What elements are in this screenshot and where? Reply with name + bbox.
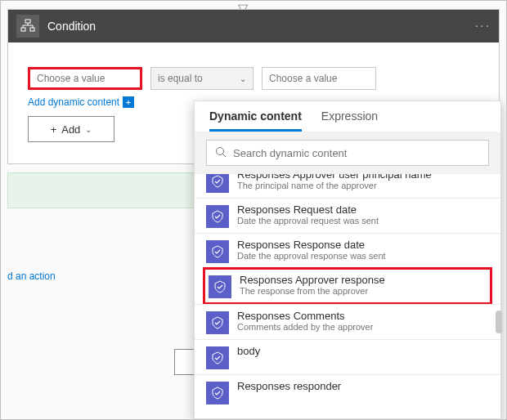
operator-select[interactable]: is equal to ⌄ xyxy=(150,67,254,90)
list-item-desc: The principal name of the approver xyxy=(237,181,432,190)
approval-icon xyxy=(206,382,229,404)
approval-icon xyxy=(209,275,231,298)
left-value-placeholder: Choose a value xyxy=(37,73,105,84)
card-header[interactable]: Condition ··· xyxy=(8,10,499,42)
list-item-title: Responses Comments xyxy=(237,310,373,322)
list-item-desc: Date the approval request was sent xyxy=(237,216,379,226)
svg-line-8 xyxy=(223,154,227,157)
svg-rect-5 xyxy=(21,28,25,31)
right-value-input[interactable]: Choose a value xyxy=(262,67,376,90)
operator-label: is equal to xyxy=(158,73,203,84)
search-icon xyxy=(215,146,227,160)
search-wrap: Search dynamic content xyxy=(195,132,500,174)
list-item-text: Responses Approver user principal nameTh… xyxy=(237,174,432,190)
tab-dynamic-content[interactable]: Dynamic content xyxy=(209,109,302,132)
list-item[interactable]: Responses Approver user principal nameTh… xyxy=(195,174,500,198)
list-item[interactable]: Responses Response dateDate the approval… xyxy=(195,233,500,268)
list-item-title: body xyxy=(237,345,260,357)
list-item-text: Responses CommentsComments added by the … xyxy=(237,310,373,332)
list-item-text: Responses responder xyxy=(237,380,341,392)
list-item-title: Responses Approver response xyxy=(240,274,385,286)
list-item[interactable]: Responses Approver responseThe response … xyxy=(203,267,492,305)
popup-tabs: Dynamic content Expression xyxy=(195,101,500,132)
canvas: ▽ Condition ··· Choose a value xyxy=(1,1,506,419)
list-item[interactable]: Responses Request dateDate the approval … xyxy=(195,198,500,233)
dynamic-content-list: Responses Approver user principal nameTh… xyxy=(195,174,500,413)
approval-icon xyxy=(206,346,229,369)
list-item[interactable]: body xyxy=(195,339,500,374)
list-item-text: Responses Request dateDate the approval … xyxy=(237,203,379,226)
left-value-input[interactable]: Choose a value xyxy=(28,67,142,90)
search-input[interactable]: Search dynamic content xyxy=(206,140,489,166)
svg-point-7 xyxy=(217,147,224,154)
plus-badge-icon: + xyxy=(123,96,134,108)
list-item-title: Responses Approver user principal name xyxy=(237,174,432,181)
approval-icon xyxy=(206,174,229,193)
list-item-title: Responses Request date xyxy=(237,203,379,216)
list-item-desc: Comments added by the approver xyxy=(237,322,373,332)
list-item-text: Responses Response dateDate the approval… xyxy=(237,239,386,261)
scrollbar-thumb[interactable] xyxy=(496,311,502,333)
list-item-desc: The response from the approver xyxy=(240,286,385,296)
svg-rect-0 xyxy=(25,20,30,23)
add-action-link[interactable]: d an action xyxy=(7,270,56,282)
add-label: Add xyxy=(61,123,80,136)
card-menu-button[interactable]: ··· xyxy=(475,19,491,34)
tab-expression[interactable]: Expression xyxy=(321,109,378,132)
right-value-placeholder: Choose a value xyxy=(269,73,337,84)
dynamic-content-popup: Dynamic content Expression Search dynami… xyxy=(194,101,501,419)
search-placeholder: Search dynamic content xyxy=(233,147,347,159)
add-button[interactable]: + Add ⌄ xyxy=(28,116,114,142)
card-title: Condition xyxy=(47,20,475,33)
list-item-title: Responses Response date xyxy=(237,239,386,251)
list-item-text: body xyxy=(237,345,260,357)
list-item-desc: Date the approval response was sent xyxy=(237,251,386,261)
dynamic-link-label: Add dynamic content xyxy=(28,96,119,108)
condition-icon xyxy=(16,15,39,38)
approval-icon xyxy=(206,311,229,334)
list-item-title: Responses responder xyxy=(237,380,341,392)
list-item[interactable]: Responses CommentsComments added by the … xyxy=(195,304,500,339)
approval-icon xyxy=(206,240,229,263)
approval-icon xyxy=(206,205,229,228)
list-item-text: Responses Approver responseThe response … xyxy=(240,274,385,296)
chevron-down-icon: ⌄ xyxy=(85,125,92,134)
svg-rect-6 xyxy=(30,28,34,31)
plus-icon: + xyxy=(51,123,57,136)
chevron-down-icon: ⌄ xyxy=(240,74,246,83)
condition-row: Choose a value is equal to ⌄ Choose a va… xyxy=(28,67,479,90)
list-item[interactable]: Responses responder xyxy=(195,374,500,409)
